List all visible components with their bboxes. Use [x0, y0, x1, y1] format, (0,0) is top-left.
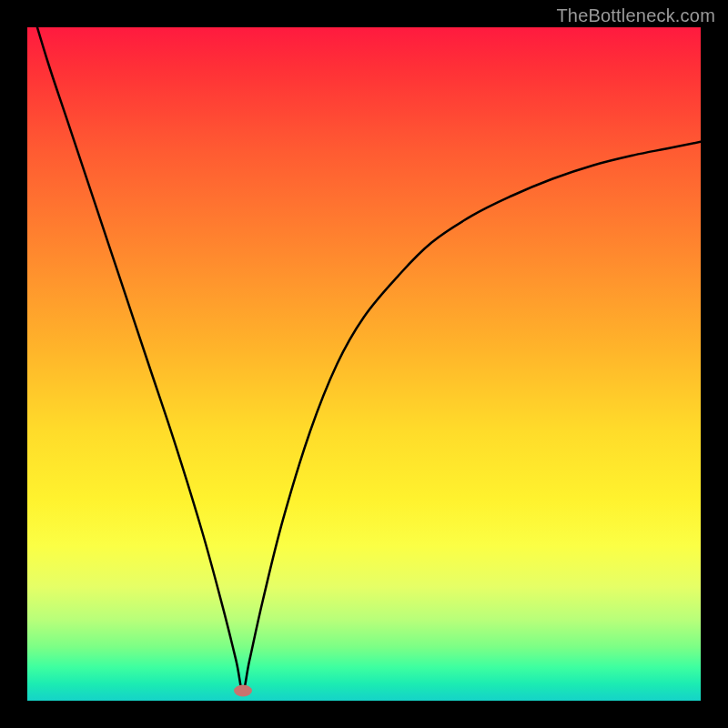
bottleneck-curve — [27, 27, 701, 701]
optimal-point-marker — [234, 684, 252, 696]
watermark-text: TheBottleneck.com — [556, 5, 715, 26]
chart-plot-area — [27, 27, 701, 701]
chart-frame: TheBottleneck.com — [0, 0, 728, 728]
